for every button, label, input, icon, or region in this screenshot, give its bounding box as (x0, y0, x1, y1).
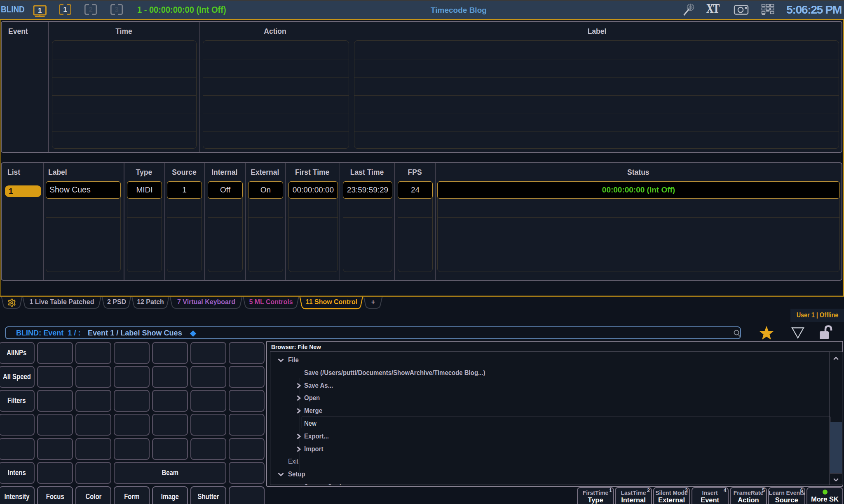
svg-text:1: 1 (63, 6, 67, 14)
svg-text:1: 1 (38, 7, 42, 15)
svg-text:3: 3 (115, 6, 118, 14)
svg-text:2: 2 (89, 6, 92, 14)
